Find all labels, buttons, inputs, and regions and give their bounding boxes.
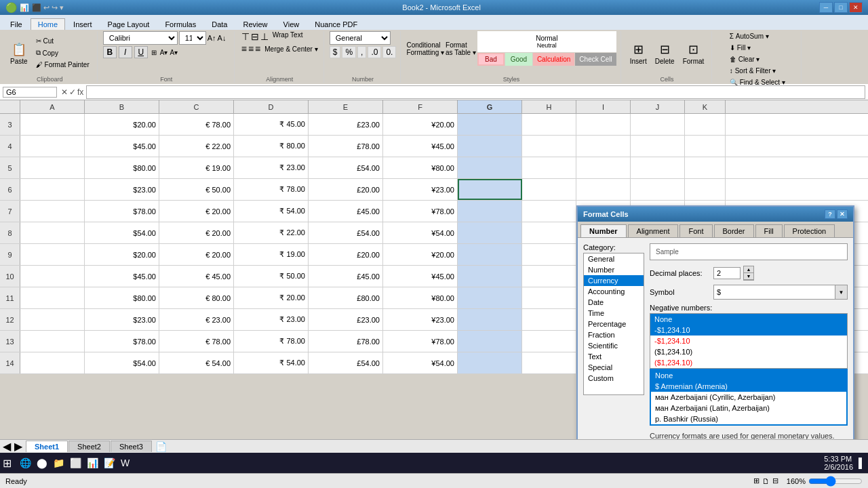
col-header-f[interactable]: F (383, 100, 458, 113)
show-desktop-button[interactable]: ▌ (859, 458, 865, 468)
cell[interactable] (522, 309, 576, 330)
cell[interactable] (522, 331, 576, 352)
col-header-d[interactable]: D (234, 100, 309, 113)
tab-font[interactable]: Font (679, 224, 712, 237)
symbol-expanded-dropdown[interactable]: None $ Armenian (Armenia) ман Azerbaijan… (650, 369, 848, 426)
cell[interactable]: ₹ 50.00 (234, 266, 309, 287)
cell[interactable] (458, 352, 522, 373)
cell[interactable] (631, 157, 685, 178)
cell[interactable] (685, 157, 726, 178)
cat-custom[interactable]: Custom (584, 373, 644, 384)
cell[interactable]: $80.00 (85, 157, 159, 178)
negative-list[interactable]: None -$1,234.10 -$1,234.10 ($1,234.10) (… (650, 313, 848, 369)
align-right-button[interactable]: ≡ (255, 43, 260, 54)
cell[interactable] (576, 136, 631, 157)
spin-up[interactable]: ▲ (744, 266, 753, 273)
cell[interactable] (20, 352, 85, 373)
restore-button[interactable]: □ (834, 2, 848, 13)
cell[interactable]: ¥80.00 (383, 287, 458, 308)
style-calculation[interactable]: Calculation (533, 53, 574, 66)
cell[interactable]: ₹ 20.00 (234, 287, 309, 308)
cell[interactable]: ₹ 54.00 (234, 201, 309, 222)
cell[interactable]: ¥45.00 (383, 136, 458, 157)
decrease-decimal-button[interactable]: 0. (382, 46, 396, 58)
page-layout-button[interactable]: 🗋 (762, 477, 770, 485)
style-check-cell[interactable]: Check Cell (575, 53, 616, 66)
cell[interactable] (20, 331, 85, 352)
cell[interactable] (458, 136, 522, 157)
sheet-scroll-right[interactable]: ▶ (14, 440, 22, 453)
cell[interactable] (458, 157, 522, 178)
decrease-font-button[interactable]: A↓ (218, 34, 226, 42)
cell[interactable] (685, 179, 726, 200)
align-top-button[interactable]: ⊤ (241, 31, 250, 42)
cell[interactable] (458, 287, 522, 308)
underline-button[interactable]: U (134, 46, 148, 58)
cell[interactable] (576, 114, 631, 135)
cell[interactable]: $54.00 (85, 222, 159, 243)
cell[interactable] (522, 266, 576, 287)
cell[interactable]: € 19.00 (159, 157, 234, 178)
format-as-table-button[interactable]: Formatas Table ▾ (446, 41, 476, 56)
col-header-h[interactable]: H (522, 100, 576, 113)
cell[interactable]: £23.00 (309, 114, 383, 135)
task1-icon[interactable]: ⬜ (70, 458, 81, 468)
dialog-close-button[interactable]: ✕ (837, 209, 848, 219)
cell[interactable]: ¥23.00 (383, 309, 458, 330)
zoom-slider[interactable] (808, 476, 863, 487)
cell[interactable] (20, 136, 85, 157)
conditional-formatting-button[interactable]: ConditionalFormatting ▾ (406, 41, 444, 56)
cat-percentage[interactable]: Percentage (584, 319, 644, 329)
font-color-button[interactable]: A▾ (170, 49, 178, 56)
tab-view[interactable]: View (276, 18, 307, 30)
cat-scientific[interactable]: Scientific (584, 340, 644, 351)
sym-armenian[interactable]: $ Armenian (Armenia) (651, 381, 846, 392)
cell[interactable]: £20.00 (309, 244, 383, 265)
cell[interactable]: $45.00 (85, 136, 159, 157)
cell[interactable] (522, 201, 576, 222)
wrap-text-button[interactable]: Wrap Text (273, 31, 303, 42)
cell[interactable]: $23.00 (85, 309, 159, 330)
cell[interactable]: ₹ 78.00 (234, 331, 309, 352)
cell[interactable]: € 23.00 (159, 309, 234, 330)
cell[interactable] (576, 157, 631, 178)
tab-protection[interactable]: Protection (784, 224, 835, 237)
currency-button[interactable]: $ (330, 46, 341, 58)
neg-item-4[interactable]: ($1,234.10) (650, 357, 847, 368)
cell[interactable]: ¥54.00 (383, 352, 458, 373)
cell[interactable] (20, 266, 85, 287)
cat-general[interactable]: General (584, 253, 644, 264)
align-bottom-button[interactable]: ⊥ (260, 31, 269, 42)
cell[interactable]: £54.00 (309, 352, 383, 373)
increase-decimal-button[interactable]: .0 (368, 46, 381, 58)
neg-item-2[interactable]: -$1,234.10 (650, 336, 847, 346)
cell[interactable] (458, 222, 522, 243)
style-normal[interactable]: Normal Neutral (477, 31, 616, 52)
cell[interactable] (631, 179, 685, 200)
cell[interactable]: ₹ 23.00 (234, 309, 309, 330)
cell[interactable] (685, 114, 726, 135)
start-button[interactable]: ⊞ (3, 457, 12, 470)
minimize-button[interactable]: ─ (819, 2, 833, 13)
cell[interactable] (458, 179, 522, 200)
cell[interactable]: $20.00 (85, 244, 159, 265)
cell[interactable] (20, 179, 85, 200)
neg-item-1-selected[interactable]: -$1,234.10 (650, 325, 847, 336)
sym-azerbaijani-latin[interactable]: ман Azerbaijani (Latin, Azerbaijan) (651, 403, 846, 413)
cat-text[interactable]: Text (584, 351, 644, 362)
col-header-e[interactable]: E (309, 100, 383, 113)
paste-button[interactable]: 📋 Paste (7, 39, 31, 67)
add-sheet-button[interactable]: 📄 (155, 441, 167, 452)
cat-fraction[interactable]: Fraction (584, 329, 644, 340)
align-center-button[interactable]: ≡ (248, 43, 254, 54)
tab-home[interactable]: Home (31, 18, 65, 30)
tab-page-layout[interactable]: Page Layout (100, 18, 157, 30)
symbol-select[interactable]: $ (713, 285, 835, 300)
task2-icon[interactable]: 📊 (87, 458, 98, 468)
tab-file[interactable]: File (3, 18, 30, 30)
decimal-spinner[interactable]: ▲ ▼ (743, 266, 754, 281)
cancel-formula-icon[interactable]: ✕ (61, 87, 68, 97)
tab-nuance[interactable]: Nuance PDF (307, 18, 365, 30)
sheet-tab-1[interactable]: Sheet1 (26, 441, 68, 452)
sym-bashkir[interactable]: р. Bashkir (Russia) (651, 413, 846, 424)
